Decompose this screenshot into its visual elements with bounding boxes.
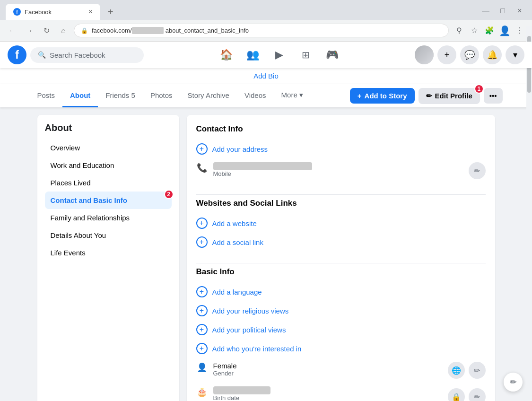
search-bar[interactable]: 🔍 Search Facebook [30,47,144,63]
add-website-label: Add a website [212,219,257,227]
browser-search-icon[interactable]: ⚲ [453,24,466,37]
gender-item: 👤 Female Gender 🌐 ✏ [196,358,486,383]
home-button[interactable]: ⌂ [57,24,70,37]
browser-title-bar: f Facebook × + — □ × [0,0,532,20]
phone-label: Mobile [213,170,463,177]
birthdate-item: 🎂 ░░░ ░░ Birth date ░░░░ Birth year 🔒 ✏ [196,383,486,401]
add-interested-icon: + [196,343,208,354]
gender-globe-button[interactable]: 🌐 [448,362,465,379]
maximize-button[interactable]: □ [496,4,509,17]
add-interested-item[interactable]: + Add who you're interested in [196,339,486,358]
sidebar-item-overview[interactable]: Overview [45,139,172,157]
add-language-label: Add a language [212,288,262,296]
add-social-item[interactable]: + Add a social link [196,233,486,252]
add-political-icon: + [196,324,208,335]
birthdate-edit-button[interactable]: ✏ [469,388,486,401]
scrollbar[interactable] [526,26,532,401]
new-tab-button[interactable]: + [104,5,117,19]
contact-badge: 2 [164,190,174,199]
nav-watch[interactable]: ▶ [267,44,292,66]
phone-actions: ✏ [469,162,486,179]
tab-posts[interactable]: Posts [30,85,63,107]
about-sidebar: About Overview Work and Education Places… [37,115,179,401]
add-political-label: Add your political views [212,326,286,334]
gender-icon: 👤 [196,362,208,373]
add-to-story-button[interactable]: + Add to Story [350,88,415,104]
phone-value: ░░░ ░░░ ░░░ ░░ [213,162,463,170]
add-religious-icon: + [196,305,208,316]
browser-menu-icon[interactable]: ⋮ [513,24,526,37]
sidebar-item-places[interactable]: Places Lived [45,174,172,192]
browser-toolbar: ⚲ ☆ 🧩 👤 ⋮ [453,24,526,37]
sidebar-item-contact[interactable]: Contact and Basic Info 2 [45,192,172,209]
contact-info-section: Contact Info + Add your address 📞 ░░░ ░░… [196,124,486,183]
tab-story-archive[interactable]: Story Archive [180,85,237,107]
edit-profile-label: Edit Profile [435,92,472,100]
add-story-label: Add to Story [365,92,407,100]
bottom-right-edit-icon[interactable]: ✏ [504,373,523,392]
nav-friends[interactable]: 👥 [241,44,265,66]
search-placeholder: Search Facebook [50,51,105,59]
gender-info: Female Gender [213,362,442,377]
phone-blurred: ░░░ ░░░ ░░░ ░░ [213,162,312,170]
add-button[interactable]: + [437,45,456,64]
add-interested-label: Add who you're interested in [212,345,302,353]
tab-videos[interactable]: Videos [237,85,274,107]
refresh-button[interactable]: ↻ [40,24,53,37]
birthday-icon: 🎂 [196,386,208,398]
profile-nav-tabs: Posts About Friends 5 Photos Story Archi… [30,84,350,107]
sidebar-item-family[interactable]: Family and Relationships [45,209,172,227]
add-bio-link[interactable]: Add Bio [253,72,279,80]
address-text: facebook.com/xxx about_contact_and_basic… [92,27,442,34]
browser-profile-icon[interactable]: 👤 [498,24,511,37]
add-website-item[interactable]: + Add a website [196,214,486,233]
add-political-item[interactable]: + Add your political views [196,320,486,339]
tab-photos[interactable]: Photos [143,85,180,107]
messenger-button[interactable]: 💬 [460,45,479,64]
nav-home[interactable]: 🏠 [214,44,239,66]
tab-close-icon[interactable]: × [88,8,93,16]
birthdate-label: Birth date [213,394,442,401]
websites-section: Websites and Social Links + Add a websit… [196,199,486,252]
phone-item: 📞 ░░░ ░░░ ░░░ ░░ Mobile ✏ [196,158,486,183]
browser-extensions-icon[interactable]: 🧩 [483,24,496,37]
browser-star-icon[interactable]: ☆ [468,24,481,37]
sidebar-item-work[interactable]: Work and Education [45,157,172,174]
edit-profile-badge: 1 [474,84,484,94]
nav-gaming[interactable]: 🎮 [320,44,345,66]
edit-profile-button[interactable]: ✏ Edit Profile 1 [419,88,480,104]
account-menu-button[interactable]: ▾ [506,45,524,64]
facebook-logo[interactable]: f [8,45,26,64]
add-social-label: Add a social link [212,238,263,246]
add-address-item[interactable]: + Add your address [196,139,486,158]
search-icon: 🔍 [38,51,46,59]
add-religious-label: Add your religious views [212,307,289,315]
gender-edit-button[interactable]: ✏ [469,362,486,379]
add-religious-item[interactable]: + Add your religious views [196,301,486,320]
birthdate-lock-button[interactable]: 🔒 [448,388,465,401]
more-options-button[interactable]: ••• [484,88,503,104]
nav-groups[interactable]: ⊞ [294,44,318,66]
tab-friends[interactable]: Friends 5 [98,85,143,107]
address-bar[interactable]: 🔒 facebook.com/xxx about_contact_and_bas… [74,24,449,37]
basic-info-section: Basic Info + Add a language + Add your r… [196,267,486,401]
forward-button[interactable]: → [23,24,36,37]
minimize-button[interactable]: — [479,4,492,17]
back-button[interactable]: ← [6,24,19,37]
notifications-button[interactable]: 🔔 [483,45,502,64]
contact-info-title: Contact Info [196,124,486,134]
tab-more[interactable]: More ▾ [274,84,311,107]
browser-tab[interactable]: f Facebook × [6,4,100,20]
add-address-label: Add your address [212,145,268,153]
user-avatar[interactable] [415,45,434,64]
add-social-icon: + [196,236,208,248]
sidebar-item-life-events[interactable]: Life Events [45,244,172,262]
tab-about[interactable]: About [62,85,98,107]
facebook-header: f 🔍 Search Facebook 🏠 👥 ▶ ⊞ 🎮 + 💬 🔔 ▾ [0,42,532,68]
gender-label: Gender [213,370,442,377]
sidebar-item-details[interactable]: Details About You [45,227,172,244]
close-window-button[interactable]: × [513,4,526,17]
add-language-item[interactable]: + Add a language [196,282,486,301]
lock-icon: 🔒 [81,27,88,34]
phone-edit-button[interactable]: ✏ [469,162,486,179]
